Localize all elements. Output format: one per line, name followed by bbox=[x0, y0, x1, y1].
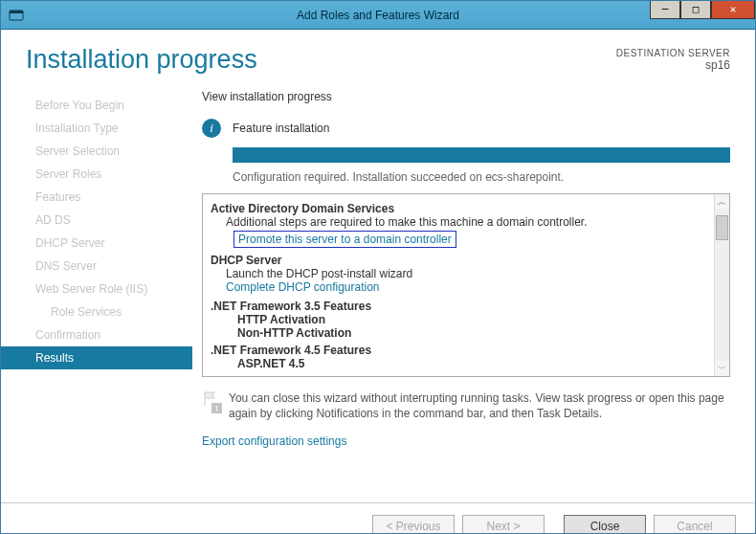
result-net45-title: .NET Framework 4.5 Features bbox=[211, 344, 706, 357]
result-dhcp-title: DHCP Server bbox=[211, 254, 706, 267]
result-net45-item-0: ASP.NET 4.5 bbox=[211, 357, 706, 370]
step-before-you-begin: Before You Begin bbox=[1, 94, 192, 117]
main-content: View installation progress i Feature ins… bbox=[192, 84, 755, 502]
app-icon bbox=[9, 8, 24, 23]
cancel-button[interactable]: Cancel bbox=[654, 515, 736, 535]
complete-dhcp-link[interactable]: Complete DHCP configuration bbox=[226, 280, 380, 294]
step-results[interactable]: Results bbox=[1, 346, 192, 369]
step-confirmation: Confirmation bbox=[1, 323, 192, 346]
view-label: View installation progress bbox=[202, 90, 730, 103]
results-scrollbar[interactable]: ︿ ﹀ bbox=[714, 194, 729, 376]
promote-server-link[interactable]: Promote this server to a domain controll… bbox=[233, 231, 456, 248]
close-button[interactable]: Close bbox=[564, 515, 646, 535]
destination-label: DESTINATION SERVER bbox=[616, 48, 730, 58]
step-installation-type: Installation Type bbox=[1, 117, 192, 140]
minimize-button[interactable]: ─ bbox=[650, 0, 680, 19]
result-net35-item-1: Non-HTTP Activation bbox=[211, 326, 706, 340]
window-controls: ─ □ ✕ bbox=[650, 1, 755, 29]
info-icon: i bbox=[202, 119, 221, 138]
previous-button[interactable]: < Previous bbox=[372, 515, 455, 535]
titlebar: Add Roles and Features Wizard ─ □ ✕ bbox=[1, 1, 755, 30]
step-server-selection: Server Selection bbox=[1, 140, 192, 163]
close-window-button[interactable]: ✕ bbox=[711, 0, 755, 19]
scroll-down-button[interactable]: ﹀ bbox=[715, 361, 729, 376]
destination-server-name: sp16 bbox=[616, 58, 730, 72]
svg-rect-1 bbox=[10, 11, 23, 13]
next-button[interactable]: Next > bbox=[462, 515, 545, 535]
step-web-server-role: Web Server Role (IIS) bbox=[1, 278, 192, 300]
step-ad-ds: AD DS bbox=[1, 209, 192, 232]
wizard-steps-sidebar: Before You Begin Installation Type Serve… bbox=[1, 84, 192, 502]
result-dhcp-note: Launch the DHCP post-install wizard bbox=[211, 267, 706, 280]
result-net35-item-0: HTTP Activation bbox=[211, 313, 706, 326]
scroll-thumb[interactable] bbox=[716, 215, 728, 240]
results-box: Active Directory Domain Services Additio… bbox=[202, 193, 730, 377]
page-title: Installation progress bbox=[26, 45, 257, 75]
result-adds-title: Active Directory Domain Services bbox=[211, 202, 706, 215]
export-settings-link[interactable]: Export configuration settings bbox=[202, 434, 346, 448]
destination-server: DESTINATION SERVER sp16 bbox=[616, 48, 730, 72]
scroll-up-button[interactable]: ︿ bbox=[715, 194, 729, 210]
status-title: Feature installation bbox=[233, 122, 329, 135]
step-dns-server: DNS Server bbox=[1, 255, 192, 278]
progress-bar bbox=[233, 147, 730, 163]
result-net35-title: .NET Framework 3.5 Features bbox=[211, 300, 706, 313]
page-header: Installation progress DESTINATION SERVER… bbox=[1, 30, 755, 84]
notification-count-badge: 1 bbox=[211, 403, 222, 413]
status-message: Configuration required. Installation suc… bbox=[233, 170, 730, 184]
maximize-button[interactable]: □ bbox=[680, 0, 711, 19]
button-bar: < Previous Next > Close Cancel bbox=[1, 502, 755, 534]
step-role-services: Role Services bbox=[1, 300, 192, 323]
notification-flag-icon: 1 bbox=[202, 390, 219, 412]
window-title: Add Roles and Features Wizard bbox=[1, 9, 755, 22]
status-row: i Feature installation bbox=[202, 119, 730, 138]
footer-note-text: You can close this wizard without interr… bbox=[229, 390, 730, 421]
step-features: Features bbox=[1, 186, 192, 209]
footer-note: 1 You can close this wizard without inte… bbox=[202, 390, 730, 421]
step-dhcp-server: DHCP Server bbox=[1, 232, 192, 255]
result-adds-note: Additional steps are required to make th… bbox=[211, 215, 706, 229]
step-server-roles: Server Roles bbox=[1, 163, 192, 186]
